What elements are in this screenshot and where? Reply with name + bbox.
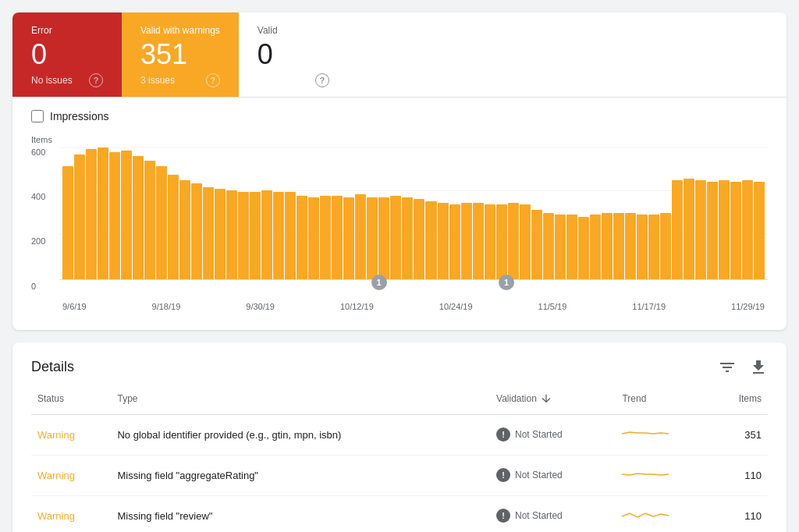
valid-help-icon[interactable]: ? [315, 73, 329, 87]
download-button[interactable] [749, 358, 768, 377]
y-axis-400: 400 [31, 192, 45, 201]
x-axis-labels: 9/6/19 9/18/19 9/30/19 10/12/19 10/24/19… [59, 302, 768, 311]
annotation-1: 1 [371, 275, 387, 290]
table-row[interactable]: WarningNo global identifier provided (e.… [31, 414, 768, 455]
row-status[interactable]: Warning [31, 455, 111, 495]
row-validation: !Not Started [490, 414, 616, 455]
chart-bar [543, 213, 554, 279]
chart-bar [402, 197, 413, 279]
chart-bar [602, 213, 613, 279]
warning-link[interactable]: Warning [37, 429, 75, 441]
chart-bar [179, 180, 190, 279]
chart-bar [531, 210, 542, 279]
chart-bar [566, 215, 577, 278]
annotation-circle-2: 1 [499, 275, 514, 290]
details-card: Details Status Type [12, 342, 787, 532]
error-label: Error [31, 25, 103, 36]
row-items: 110 [711, 495, 768, 532]
col-type: Type [111, 383, 490, 415]
impressions-checkbox[interactable] [31, 110, 44, 122]
table-row[interactable]: WarningMissing field "aggregateRating"!N… [31, 455, 768, 495]
chart-bar [226, 190, 237, 278]
exclamation-icon: ! [496, 468, 510, 482]
warning-help-icon[interactable]: ? [206, 73, 220, 87]
details-title: Details [31, 359, 74, 375]
warning-link[interactable]: Warning [37, 470, 75, 481]
chart-bar [355, 194, 366, 279]
row-items: 110 [711, 455, 768, 495]
impressions-label[interactable]: Impressions [50, 110, 108, 122]
x-label-4: 10/24/19 [439, 302, 473, 311]
chart-bar [203, 187, 214, 279]
chart-bar [332, 196, 343, 279]
warning-link[interactable]: Warning [37, 510, 75, 522]
chart-bar [625, 213, 636, 279]
annotation-circle-1: 1 [371, 275, 387, 290]
trend-line-chart [622, 426, 669, 442]
row-status[interactable]: Warning [31, 414, 111, 455]
annotation-2: 1 [499, 275, 514, 290]
chart-bar [156, 166, 167, 279]
details-header: Details [12, 342, 787, 383]
chart-bar [133, 156, 144, 279]
summary-card: Error 0 No issues ? Valid with warnings … [12, 12, 787, 330]
warning-card[interactable]: Valid with warnings 351 3 issues ? [122, 12, 239, 97]
trend-line-chart [622, 466, 669, 482]
chart-bar [742, 180, 753, 279]
row-trend [616, 495, 711, 532]
x-label-5: 11/5/19 [538, 302, 567, 311]
chart-bar [121, 151, 132, 279]
chart-bar [684, 179, 694, 279]
warning-sub: 3 issues ? [140, 73, 220, 87]
chart-bar [637, 215, 648, 278]
chart-bar [485, 204, 495, 279]
chart-bar [273, 192, 284, 278]
row-validation: !Not Started [490, 455, 616, 495]
error-sub: No issues ? [31, 73, 103, 87]
chart-bar [98, 147, 108, 279]
chart-bar [461, 203, 472, 279]
error-help-icon[interactable]: ? [89, 73, 103, 87]
row-type: Missing field "review" [111, 495, 490, 532]
chart-bar [449, 204, 460, 279]
y-axis-0: 0 [31, 282, 45, 291]
col-validation[interactable]: Validation [490, 383, 616, 415]
chart-bar [414, 199, 424, 278]
chart-bar [62, 166, 73, 279]
x-label-0: 9/6/19 [62, 302, 87, 311]
chart-area: 1 1 [59, 147, 768, 280]
chart-bar [320, 196, 331, 279]
details-table: Status Type Validation Trend Items Warni… [31, 383, 768, 532]
x-label-2: 9/30/19 [246, 302, 275, 311]
valid-card[interactable]: Valid 0 ? [239, 12, 348, 97]
chart-bar [191, 183, 202, 278]
chart-bar [520, 204, 531, 279]
chart-bar [555, 215, 566, 278]
chart-bar [109, 152, 120, 278]
chart-bar [578, 217, 589, 279]
row-status[interactable]: Warning [31, 495, 111, 532]
exclamation-icon: ! [496, 427, 510, 442]
valid-sub: ? [257, 73, 329, 87]
chart-bar [613, 213, 624, 279]
bars-container [59, 147, 768, 279]
chart-bar [590, 215, 601, 278]
x-label-3: 10/12/19 [340, 302, 374, 311]
chart-bar [660, 213, 671, 279]
sort-icon [540, 392, 552, 405]
x-label-7: 11/29/19 [731, 302, 765, 311]
filter-button[interactable] [718, 358, 737, 377]
error-card[interactable]: Error 0 No issues ? [12, 12, 122, 97]
y-axis-200: 200 [31, 236, 45, 246]
col-status: Status [31, 383, 111, 415]
table-row[interactable]: WarningMissing field "review"!Not Starte… [31, 495, 768, 532]
x-label-6: 11/17/19 [632, 302, 666, 311]
exclamation-icon: ! [496, 509, 510, 523]
chart-bar [86, 149, 97, 279]
chart-bar [754, 182, 765, 279]
impressions-row: Impressions [31, 110, 768, 122]
valid-label: Valid [257, 25, 329, 36]
valid-count: 0 [257, 39, 329, 70]
chart-bar [168, 175, 179, 278]
chart-bar [297, 196, 307, 279]
